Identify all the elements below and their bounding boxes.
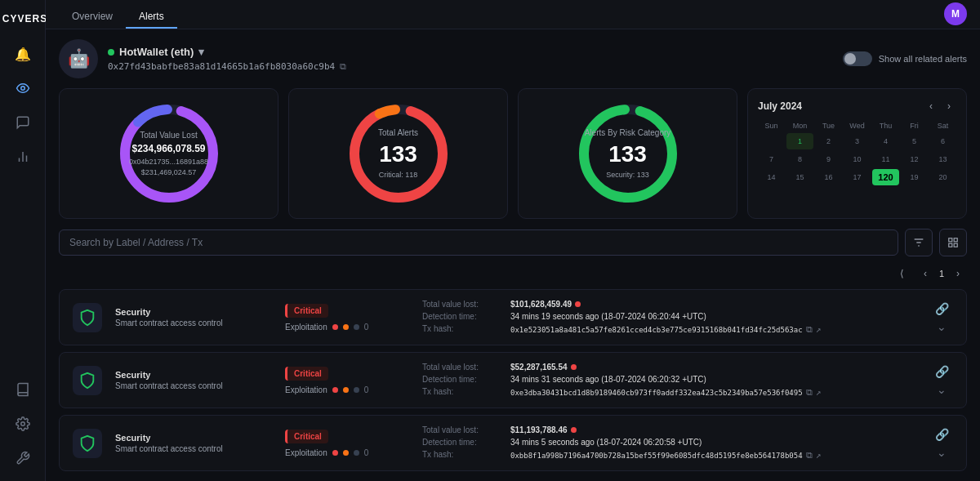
alert-row-1: Security Smart contract access control C… <box>59 352 967 408</box>
donut-value-amount: $234,966,078.59 <box>129 143 208 154</box>
metric-total-value-lost: Total Value Lost $234,966,078.59 0x04b21… <box>59 88 278 219</box>
alert-details-1: Total value lost: $52,287,165.54 Detecti… <box>422 363 924 398</box>
cal-day-8[interactable]: 8 <box>786 151 813 167</box>
metric-calendar: July 2024 ‹ › Sun Mon Tue Wed Thu Fri Sa… <box>747 88 967 219</box>
wallet-chevron[interactable]: ▾ <box>198 46 204 58</box>
alert-desc-0: Smart contract access control <box>115 318 278 327</box>
cal-day-7[interactable]: 7 <box>758 151 785 167</box>
cal-day-18[interactable]: 120 <box>872 169 899 185</box>
expand-icon-2[interactable]: ⌄ <box>937 446 947 459</box>
tab-overview[interactable]: Overview <box>59 4 126 29</box>
red-dot-0 <box>575 301 581 307</box>
alert-type-col-1: Security Smart contract access control <box>115 370 278 390</box>
grid-view-button[interactable] <box>939 229 967 256</box>
link-hash-icon-2[interactable]: ↗ <box>816 450 822 461</box>
link-hash-icon-0[interactable]: ↗ <box>816 324 822 335</box>
svg-rect-19 <box>954 238 957 242</box>
dot-red-1 <box>332 387 338 393</box>
cal-day-3[interactable]: 3 <box>844 133 871 149</box>
sidebar-item-bell[interactable]: 🔔 <box>8 39 38 69</box>
detail-hash-row-1: Tx hash: 0xe3dba30431bcd1d8b9189460cb973… <box>422 387 924 398</box>
search-input[interactable] <box>59 229 898 256</box>
cal-day-1[interactable]: 1 <box>786 133 813 149</box>
alert-type-col-2: Security Smart contract access control <box>115 433 278 453</box>
link-icon-1[interactable]: 🔗 <box>935 365 949 378</box>
alert-details-2: Total value lost: $11,193,788.46 Detecti… <box>422 425 924 461</box>
sidebar-item-chart[interactable] <box>8 142 38 171</box>
donut-sub-alerts: Critical: 118 <box>378 171 418 179</box>
link-icon-0[interactable]: 🔗 <box>935 302 949 315</box>
alert-type-label-0: Security <box>115 307 278 317</box>
alert-row: Security Smart contract access control C… <box>59 289 967 345</box>
detail-label-value-0: Total value lost: <box>422 300 504 309</box>
wallet-network-label: HotWallet (eth) <box>119 46 194 58</box>
donut-center-alerts: Total Alerts 133 Critical: 118 <box>378 128 418 179</box>
detail-time-row-1: Detection time: 34 mins 31 seconds ago (… <box>422 375 924 384</box>
cal-day-17[interactable]: 17 <box>844 169 871 185</box>
sidebar-item-tools[interactable] <box>8 443 38 473</box>
copy-hash-icon-0[interactable]: ⧉ <box>806 324 813 335</box>
alert-icon-1 <box>73 366 102 395</box>
pagination-current: 1 <box>939 269 944 278</box>
link-icon-2[interactable]: 🔗 <box>935 428 949 441</box>
alert-type-label-1: Security <box>115 370 278 380</box>
cal-day-10[interactable]: 10 <box>844 151 871 167</box>
donut-center-value: Total Value Lost $234,966,078.59 0x04b21… <box>129 131 208 176</box>
cal-day-2[interactable]: 2 <box>815 133 842 149</box>
pagination-row: ⟨ ‹ 1 › <box>59 265 967 283</box>
cal-day-19[interactable]: 19 <box>901 169 928 185</box>
copy-icon[interactable]: ⧉ <box>340 61 346 72</box>
cal-day-20[interactable]: 20 <box>929 169 956 185</box>
detail-label-hash-1: Tx hash: <box>422 387 504 398</box>
detail-label-time-2: Detection time: <box>422 438 504 447</box>
detail-value-hash-1: 0xe3dba30431bcd1d8b9189460cb973ff0addf33… <box>510 387 821 398</box>
dot-orange-0 <box>343 324 349 330</box>
pagination-prev[interactable]: ‹ <box>916 265 934 283</box>
sidebar-item-settings[interactable] <box>8 409 38 439</box>
expand-icon-1[interactable]: ⌄ <box>937 383 947 396</box>
detail-label-time-1: Detection time: <box>422 375 504 384</box>
cal-day-12[interactable]: 12 <box>901 151 928 167</box>
sidebar-item-book[interactable] <box>8 375 38 404</box>
detail-value-amount-1: $52,287,165.54 <box>510 363 577 372</box>
donut-value-lost: Total Value Lost $234,966,078.59 0x04b21… <box>116 100 222 207</box>
show-alerts-toggle[interactable] <box>843 51 872 66</box>
pagination-first[interactable]: ⟨ <box>893 265 911 283</box>
expand-icon-0[interactable]: ⌄ <box>937 320 947 333</box>
copy-hash-icon-1[interactable]: ⧉ <box>806 387 813 398</box>
user-avatar[interactable]: M <box>944 2 967 25</box>
cal-day-4[interactable]: 4 <box>872 133 899 149</box>
copy-hash-icon-2[interactable]: ⧉ <box>806 450 813 461</box>
donut-label-risk: Alerts By Risk Category <box>585 128 671 137</box>
pagination-next[interactable]: › <box>949 265 967 283</box>
cal-day-9[interactable]: 9 <box>815 151 842 167</box>
detail-hash-row-0: Tx hash: 0x1e523051a8a481c5a57fe8261cced… <box>422 324 924 335</box>
svg-point-6 <box>20 422 24 426</box>
topbar-right: M <box>944 2 967 29</box>
svg-rect-18 <box>949 238 952 242</box>
cal-day-15[interactable]: 15 <box>786 169 813 185</box>
filter-sort-button[interactable] <box>905 229 933 256</box>
exploit-row-0: Exploitation 0 <box>285 323 416 332</box>
tab-alerts[interactable]: Alerts <box>126 4 177 29</box>
alert-type-col-0: Security Smart contract access control <box>115 307 278 327</box>
wallet-avatar: 🤖 <box>59 39 98 78</box>
calendar-next[interactable]: › <box>942 99 956 114</box>
cal-label-wed: Wed <box>844 120 871 131</box>
cal-day-13[interactable]: 13 <box>929 151 956 167</box>
exploit-label-0: Exploitation <box>285 323 327 332</box>
link-hash-icon-1[interactable]: ↗ <box>816 387 822 398</box>
detail-value-amount-2: $11,193,788.46 <box>510 425 577 434</box>
detail-time-row-2: Detection time: 34 mins 5 seconds ago (1… <box>422 438 924 447</box>
cal-day-5[interactable]: 5 <box>901 133 928 149</box>
alert-icon-2 <box>73 429 102 458</box>
calendar-prev[interactable]: ‹ <box>924 99 938 114</box>
alert-badge-0: Critical <box>285 304 328 318</box>
cal-day-16[interactable]: 16 <box>815 169 842 185</box>
cal-label-thu: Thu <box>872 120 899 131</box>
sidebar-item-chat[interactable] <box>8 108 38 137</box>
sidebar-item-eye[interactable] <box>8 73 38 103</box>
cal-day-11[interactable]: 11 <box>872 151 899 167</box>
cal-day-6[interactable]: 6 <box>929 133 956 149</box>
cal-day-14[interactable]: 14 <box>758 169 785 185</box>
